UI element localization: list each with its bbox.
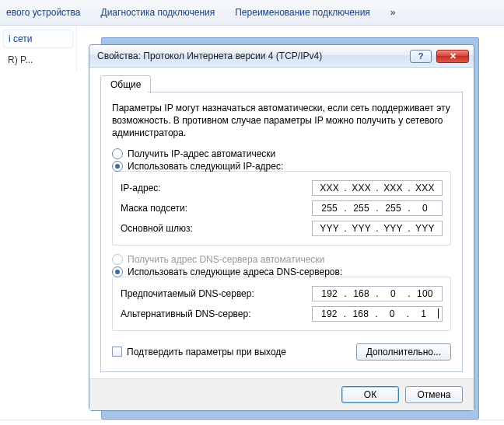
- ok-button[interactable]: ОК: [341, 386, 399, 403]
- cancel-button[interactable]: Отмена: [405, 386, 463, 403]
- advanced-button[interactable]: Дополнительно...: [356, 343, 451, 361]
- label-dns-alt: Альтернативный DNS-сервер:: [121, 308, 312, 319]
- label-subnet: Маска подсети:: [121, 203, 312, 214]
- tab-panel: Параметры IP могут назначаться автоматич…: [100, 92, 463, 372]
- menu-item-device[interactable]: евого устройства: [6, 7, 81, 18]
- side-panel: і сети R) P...: [0, 25, 77, 71]
- status-divider: [0, 420, 504, 425]
- help-button[interactable]: ?: [410, 50, 432, 63]
- close-icon: ✕: [450, 51, 457, 61]
- input-dns-pref[interactable]: 192. 168. 0. 100: [312, 286, 443, 301]
- help-icon: ?: [418, 51, 424, 61]
- input-ip-address[interactable]: XXX. XXX. XXX. XXX: [312, 180, 443, 196]
- titlebar[interactable]: Свойства: Протокол Интернета версии 4 (T…: [89, 45, 474, 68]
- input-dns-alt[interactable]: 192. 168. 0. 1: [312, 306, 443, 322]
- label-gateway: Основной шлюз:: [121, 223, 312, 234]
- description-text: Параметры IP могут назначаться автоматич…: [112, 102, 451, 140]
- side-header: і сети: [3, 30, 73, 48]
- tab-strip: Общие: [100, 75, 463, 92]
- radio-ip-manual-label[interactable]: Использовать следующий IP-адрес:: [128, 161, 283, 172]
- close-button[interactable]: ✕: [436, 50, 469, 63]
- radio-ip-auto-label[interactable]: Получить IP-адрес автоматически: [128, 148, 275, 159]
- radio-dns-auto: [112, 254, 123, 265]
- ipv4-properties-dialog: Свойства: Протокол Интернета версии 4 (T…: [89, 44, 474, 411]
- menu-item-diagnose[interactable]: Диагностика подключения: [101, 7, 215, 18]
- ip-group: IP-адрес: XXX. XXX. XXX. XXX Маска подсе…: [112, 171, 451, 246]
- radio-ip-auto[interactable]: [112, 148, 123, 159]
- checkbox-validate-label[interactable]: Подтвердить параметры при выходе: [127, 347, 286, 357]
- label-ip-address: IP-адрес:: [121, 183, 312, 193]
- dialog-title: Свойства: Протокол Интернета версии 4 (T…: [97, 51, 410, 61]
- input-subnet[interactable]: 255. 255. 255. 0: [312, 200, 443, 216]
- side-item[interactable]: R) P...: [3, 53, 73, 67]
- tab-general[interactable]: Общие: [100, 75, 151, 93]
- label-dns-pref: Предпочитаемый DNS-сервер:: [121, 288, 312, 299]
- radio-dns-auto-label: Получить адрес DNS-сервера автоматически: [128, 254, 324, 265]
- input-gateway[interactable]: YYY. YYY. YYY. YYY: [312, 221, 443, 236]
- checkbox-validate[interactable]: [112, 347, 122, 357]
- menu-item-rename[interactable]: Переименование подключения: [235, 7, 370, 18]
- radio-ip-manual[interactable]: [112, 161, 123, 172]
- dialog-button-bar: ОК Отмена: [89, 378, 474, 410]
- radio-dns-manual-label[interactable]: Использовать следующие адреса DNS-сервер…: [128, 266, 342, 277]
- radio-dns-manual[interactable]: [112, 266, 123, 277]
- dns-group: Предпочитаемый DNS-сервер: 192. 168. 0. …: [112, 277, 451, 331]
- menu-overflow-icon[interactable]: »: [390, 7, 396, 18]
- menu-bar: евого устройства Диагностика подключения…: [0, 0, 504, 26]
